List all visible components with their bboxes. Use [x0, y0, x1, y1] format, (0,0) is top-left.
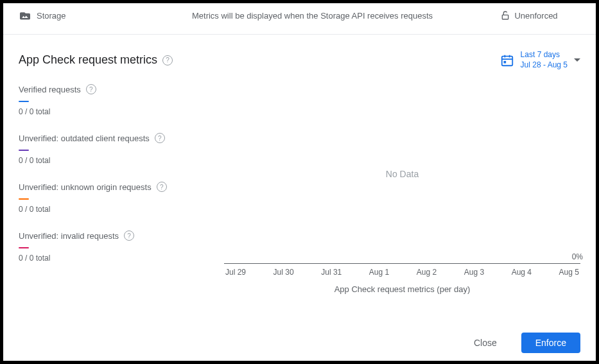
legend-value: 0 / 0 total: [19, 156, 211, 165]
x-tick: Jul 30: [273, 268, 294, 277]
chart-y-zero: 0%: [572, 252, 583, 261]
unlock-icon: [500, 10, 510, 21]
chart-no-data-label: No Data: [386, 169, 419, 179]
x-tick: Jul 31: [321, 268, 342, 277]
x-tick: Aug 5: [559, 268, 579, 277]
help-icon[interactable]: ?: [86, 84, 96, 94]
enforce-button[interactable]: Enforce: [521, 333, 580, 353]
legend-label-text: Verified requests: [19, 85, 81, 94]
legend-label-text: Unverified: outdated client requests: [19, 134, 150, 143]
legend-value: 0 / 0 total: [19, 254, 211, 263]
help-icon[interactable]: ?: [162, 55, 173, 65]
x-tick: Aug 1: [369, 268, 389, 277]
page-title: App Check request metrics: [19, 53, 157, 67]
help-icon[interactable]: ?: [155, 133, 165, 143]
legend-item: Unverified: outdated client requests ? 0…: [19, 133, 211, 165]
legend-item: Unverified: unknown origin requests ? 0 …: [19, 182, 211, 214]
legend-column: Verified requests ? 0 / 0 total Unverifi…: [19, 84, 211, 315]
date-range-picker[interactable]: Last 7 days Jul 28 - Aug 5: [500, 50, 580, 70]
svg-rect-0: [503, 15, 508, 19]
x-tick: Aug 2: [417, 268, 437, 277]
legend-value: 0 / 0 total: [19, 107, 211, 116]
date-range-range: Jul 28 - Aug 5: [521, 60, 568, 71]
legend-swatch: [19, 101, 29, 102]
legend-swatch: [19, 150, 29, 151]
help-icon[interactable]: ?: [157, 182, 167, 192]
x-tick: Jul 29: [225, 268, 246, 277]
status-label: Unenforced: [514, 11, 557, 21]
legend-label-text: Unverified: invalid requests: [19, 231, 119, 241]
help-icon[interactable]: ?: [124, 230, 134, 241]
legend-label-text: Unverified: unknown origin requests: [19, 182, 152, 192]
calendar-icon: [500, 53, 514, 67]
chart-x-labels: Jul 29 Jul 30 Jul 31 Aug 1 Aug 2 Aug 3 A…: [224, 268, 580, 277]
close-button[interactable]: Close: [460, 333, 511, 353]
header-service: Storage: [19, 10, 147, 21]
legend-item: Unverified: invalid requests ? 0 / 0 tot…: [19, 230, 211, 263]
chevron-down-icon: [574, 58, 580, 62]
legend-item: Verified requests ? 0 / 0 total: [19, 84, 211, 116]
enforcement-status: Unenforced: [478, 10, 580, 21]
x-tick: Aug 4: [512, 268, 532, 277]
chart-x-axis: [224, 263, 580, 264]
svg-rect-1: [501, 56, 512, 65]
chart: No Data 0% Jul 29 Jul 30 Jul 31 Aug 1 Au…: [224, 84, 580, 315]
chart-caption: App Check request metrics (per day): [224, 284, 580, 294]
legend-swatch: [19, 247, 29, 248]
image-icon: [19, 10, 31, 21]
svg-rect-5: [503, 61, 506, 64]
date-range-label: Last 7 days: [521, 50, 568, 60]
legend-swatch: [19, 198, 29, 200]
header-message: Metrics will be displayed when the Stora…: [147, 11, 478, 21]
legend-value: 0 / 0 total: [19, 205, 211, 214]
x-tick: Aug 3: [464, 268, 484, 277]
service-label: Storage: [37, 11, 66, 21]
